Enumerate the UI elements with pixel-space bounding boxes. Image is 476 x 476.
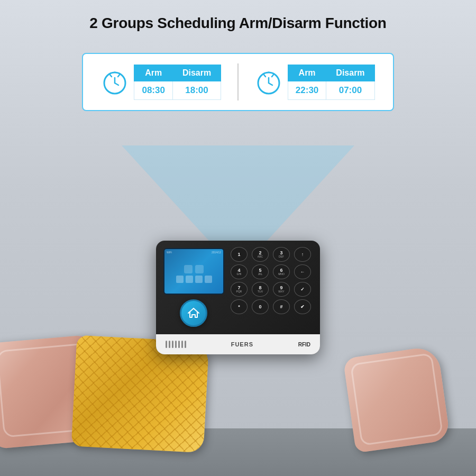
arm-time-1: 08:30 <box>134 81 172 99</box>
key-check[interactable]: ✔ <box>294 299 311 314</box>
device-screen: WiFi 2014/12 <box>163 248 224 295</box>
key-1[interactable]: 1 <box>231 247 248 262</box>
screen-status: WiFi 2014/12 <box>167 251 221 254</box>
screen-icon-2 <box>195 265 204 273</box>
keypad: 1 2ABC 3DEF ↑ 4GHI 5JKL 6MNO ← 7PQR 8TUV… <box>231 247 313 314</box>
key-6[interactable]: 6MNO <box>273 264 290 279</box>
screen-icons <box>184 265 204 273</box>
disarm-header-1: Disarm <box>172 65 221 81</box>
key-4[interactable]: 4GHI <box>231 264 248 279</box>
disarm-time-1: 18:00 <box>172 81 221 99</box>
key-8[interactable]: 8TUV <box>252 282 269 297</box>
disarm-time-2: 07:00 <box>326 81 374 99</box>
screen-bottom-icon-4 <box>205 276 212 283</box>
speaker <box>166 341 186 348</box>
svg-line-7 <box>269 83 272 85</box>
screen-icon-1 <box>184 265 193 273</box>
key-3[interactable]: 3DEF <box>273 247 290 262</box>
key-ok[interactable]: ✓ <box>294 282 311 297</box>
svg-line-4 <box>118 74 120 77</box>
device-wrapper: WiFi 2014/12 <box>156 241 320 354</box>
key-0[interactable]: 0 <box>252 299 269 314</box>
pillow-pink-right <box>343 345 450 453</box>
brand-label: FUERS <box>231 341 253 347</box>
disarm-header-2: Disarm <box>326 65 374 81</box>
home-button[interactable] <box>180 299 207 327</box>
arm-header-2: Arm <box>288 65 326 81</box>
schedule-container: Arm Disarm 08:30 18:00 <box>82 53 394 111</box>
page: 2 Groups Scheduling Arm/Disarm Function … <box>0 0 476 476</box>
key-5[interactable]: 5JKL <box>252 264 269 279</box>
screen-bottom-icons <box>176 276 212 283</box>
screen-bottom-icon-1 <box>176 276 184 283</box>
screen-bottom-icon-3 <box>195 276 203 283</box>
schedule-table-2: Arm Disarm 22:30 07:00 <box>288 65 375 100</box>
alarm-device: WiFi 2014/12 <box>156 241 320 354</box>
pillow-right-pattern <box>350 353 443 446</box>
schedule-table-1: Arm Disarm 08:30 18:00 <box>134 65 221 100</box>
key-up[interactable]: ↑ <box>294 247 311 262</box>
home-icon <box>187 306 200 320</box>
pillows-area <box>0 352 476 476</box>
key-left[interactable]: ← <box>294 264 311 279</box>
svg-line-3 <box>109 74 112 77</box>
screen-display: WiFi 2014/12 <box>164 249 223 294</box>
key-hash[interactable]: # <box>273 299 290 314</box>
device-bottom-strip: FUERS RFID <box>156 334 320 354</box>
key-7[interactable]: 7PQR <box>231 282 248 297</box>
clock-icon-1 <box>101 68 129 96</box>
key-star[interactable]: * <box>231 299 248 314</box>
page-title: 2 Groups Scheduling Arm/Disarm Function <box>0 0 476 42</box>
group-divider <box>237 63 239 100</box>
screen-bottom-icon-2 <box>186 276 193 283</box>
schedule-group-1: Arm Disarm 08:30 18:00 <box>101 65 221 100</box>
svg-line-2 <box>115 83 118 85</box>
arm-header-1: Arm <box>134 65 172 81</box>
schedule-group-2: Arm Disarm 22:30 07:00 <box>255 65 375 100</box>
key-2[interactable]: 2ABC <box>252 247 269 262</box>
svg-line-8 <box>263 74 266 77</box>
svg-line-9 <box>272 74 274 77</box>
arm-time-2: 22:30 <box>288 81 326 99</box>
rfid-label: RFID <box>298 342 310 347</box>
key-9[interactable]: 9WXY <box>273 282 290 297</box>
clock-icon-2 <box>255 68 282 96</box>
